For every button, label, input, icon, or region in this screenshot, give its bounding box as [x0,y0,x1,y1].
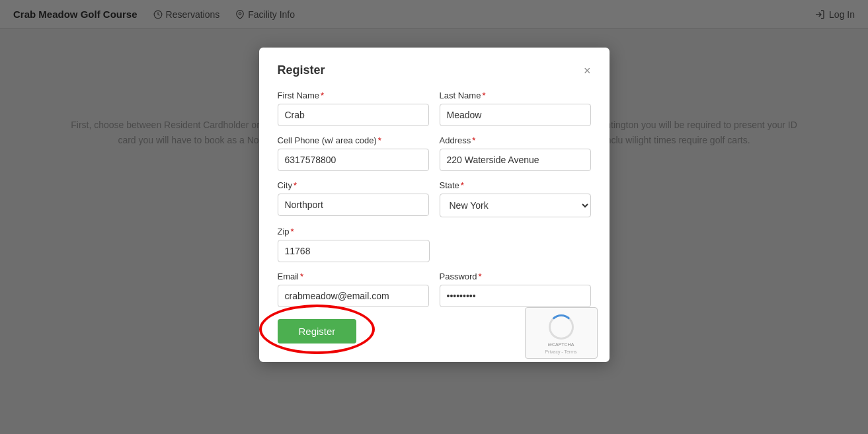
password-input[interactable] [440,285,591,307]
password-label: Password* [440,271,591,281]
cell-phone-input[interactable] [278,149,429,171]
address-label: Address* [440,135,591,145]
zip-input[interactable] [278,240,430,262]
state-group: State* New York Alabama Alaska Arizona C… [440,180,591,217]
city-input[interactable] [278,194,429,216]
last-name-group: Last Name* [440,90,591,126]
register-area: Register reCAPTCHA Privacy - Terms [278,319,591,344]
address-group: Address* [440,135,591,171]
first-name-label: First Name* [278,90,429,100]
modal-title: Register [278,63,325,77]
email-password-row: Email* Password* [278,271,591,307]
email-label: Email* [278,271,429,281]
recaptcha-terms[interactable]: Privacy - Terms [545,349,576,354]
city-group: City* [278,180,429,217]
first-name-input[interactable] [278,104,429,126]
last-name-label: Last Name* [440,90,591,100]
register-button[interactable]: Register [278,319,357,344]
cell-phone-group: Cell Phone (w/ area code)* [278,135,429,171]
zip-group: Zip* [278,227,591,262]
state-select[interactable]: New York Alabama Alaska Arizona Californ… [440,194,591,217]
state-label: State* [440,180,591,190]
phone-address-row: Cell Phone (w/ area code)* Address* [278,135,591,171]
first-name-group: First Name* [278,90,429,126]
recaptcha-logo: reCAPTCHA [548,342,574,347]
zip-label: Zip* [278,227,591,236]
cell-phone-label: Cell Phone (w/ area code)* [278,135,429,145]
city-state-row: City* State* New York Alabama Alaska Ari… [278,180,591,217]
name-row: First Name* Last Name* [278,90,591,126]
register-modal: Register × First Name* Last Name* Cell P… [259,48,610,362]
email-input[interactable] [278,285,429,307]
recaptcha-widget: reCAPTCHA Privacy - Terms [525,307,598,359]
recaptcha-spinner [549,314,574,340]
email-group: Email* [278,271,429,307]
first-name-required: * [321,90,324,100]
zip-row: Zip* [278,227,591,262]
modal-close-button[interactable]: × [584,65,591,77]
city-label: City* [278,180,429,190]
modal-header: Register × [278,63,591,77]
password-group: Password* [440,271,591,307]
last-name-required: * [482,90,485,100]
last-name-input[interactable] [440,104,591,126]
address-input[interactable] [440,149,591,171]
